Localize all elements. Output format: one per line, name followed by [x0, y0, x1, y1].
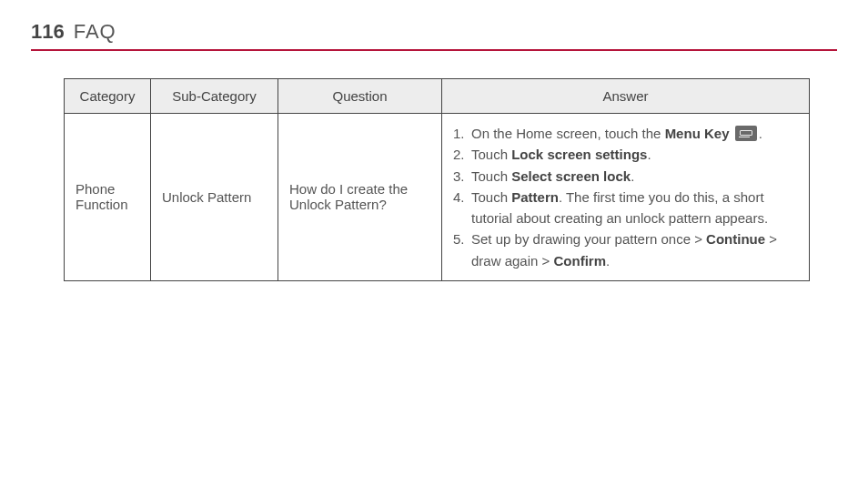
table-header-row: Category Sub-Category Question Answer — [65, 79, 810, 114]
step-text: . — [759, 126, 762, 141]
step-bold: Pattern — [511, 189, 559, 205]
step-text: . — [647, 147, 651, 162]
table-row: Phone Function Unlock Pattern How do I c… — [65, 114, 810, 281]
step-text: Touch — [471, 147, 511, 162]
header-question: Question — [278, 79, 442, 114]
step-1: On the Home screen, touch the Menu Key . — [453, 123, 798, 144]
step-text: Touch — [471, 168, 511, 184]
answer-steps: On the Home screen, touch the Menu Key .… — [453, 123, 798, 271]
step-bold: Menu Key — [665, 126, 730, 141]
header-sub-category: Sub-Category — [151, 79, 278, 114]
faq-table: Category Sub-Category Question Answer Ph… — [64, 78, 810, 281]
menu-key-icon — [735, 126, 757, 141]
step-bold: Lock screen settings — [511, 147, 647, 162]
step-5: Set up by drawing your pattern once > Co… — [453, 228, 798, 271]
cell-sub-category: Unlock Pattern — [151, 114, 278, 281]
page-number: 116 — [31, 20, 65, 44]
step-3: Touch Select screen lock. — [453, 166, 798, 187]
step-text: Touch — [471, 189, 511, 205]
step-2: Touch Lock screen settings. — [453, 144, 798, 165]
step-4: Touch Pattern. The first time you do thi… — [453, 187, 798, 229]
page-header: 116 FAQ — [31, 20, 837, 51]
step-text: . — [606, 253, 610, 269]
step-text: . — [631, 168, 634, 184]
step-bold: Continue — [706, 231, 765, 247]
step-text: Set up by drawing your pattern once > — [471, 231, 706, 247]
cell-question: How do I create the Unlock Pattern? — [278, 114, 442, 281]
header-category: Category — [65, 79, 151, 114]
step-text: On the Home screen, touch the — [471, 126, 665, 141]
header-answer: Answer — [442, 79, 810, 114]
page-title: FAQ — [74, 20, 116, 44]
step-bold: Confirm — [553, 253, 606, 269]
cell-answer: On the Home screen, touch the Menu Key .… — [442, 114, 810, 281]
cell-category: Phone Function — [65, 114, 151, 281]
step-bold: Select screen lock — [511, 168, 631, 184]
